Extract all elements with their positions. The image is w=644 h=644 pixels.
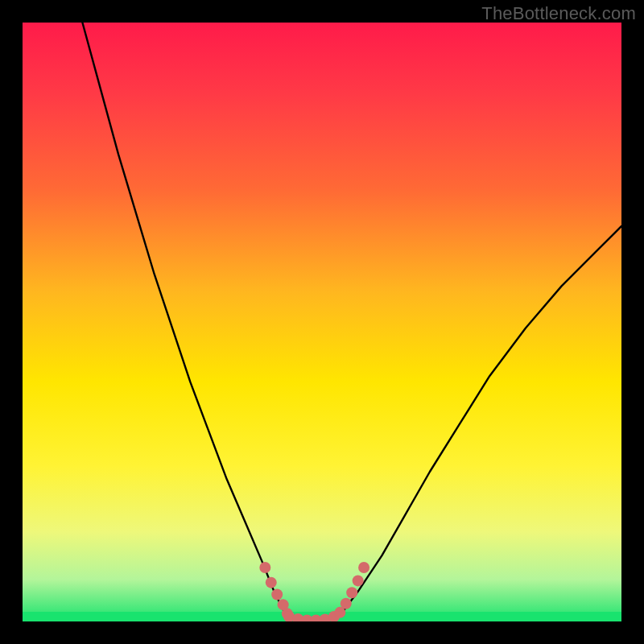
curve-layer (23, 23, 621, 621)
chart-stage: TheBottleneck.com (0, 0, 644, 644)
highlight-dot (271, 589, 283, 601)
highlight-dot (346, 587, 357, 598)
watermark-text: TheBottleneck.com (481, 3, 636, 24)
highlight-dots (259, 562, 369, 621)
highlight-dot (259, 562, 270, 573)
highlight-dot (341, 598, 352, 609)
plot-area (23, 23, 621, 621)
bottleneck-curve (82, 23, 621, 621)
highlight-dot (358, 562, 369, 573)
highlight-dot (353, 575, 364, 586)
highlight-dot (266, 577, 277, 588)
